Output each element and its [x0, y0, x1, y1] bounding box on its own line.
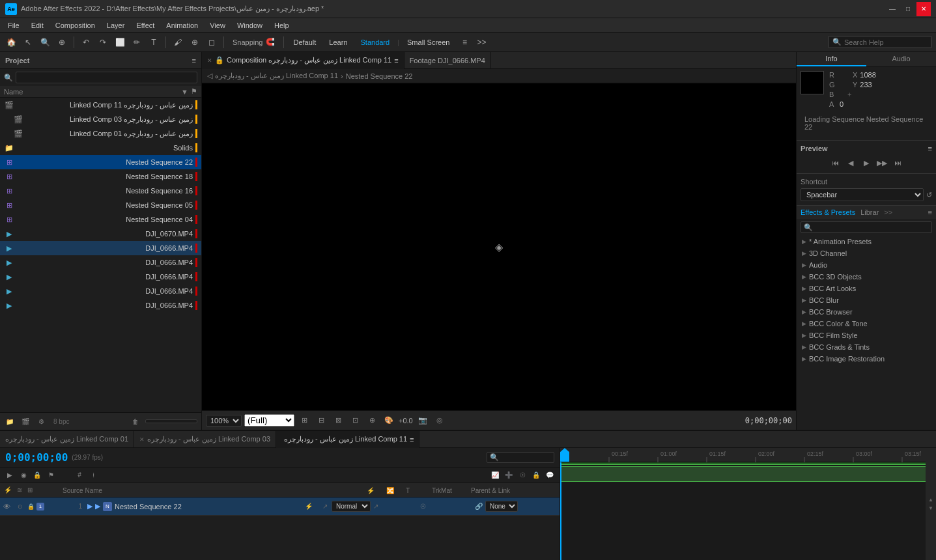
- project-item[interactable]: ▶ DJI_0670.MP4: [0, 227, 201, 241]
- menu-composition[interactable]: Composition: [50, 20, 100, 31]
- project-menu[interactable]: ≡: [192, 57, 196, 64]
- breadcrumb-nested[interactable]: Nested Sequence 22: [346, 72, 413, 80]
- project-item[interactable]: ⊞ Nested Sequence 05: [0, 198, 201, 212]
- color-manage-btn[interactable]: 🎨: [382, 413, 396, 428]
- menu-layer[interactable]: Layer: [102, 20, 130, 31]
- tl-tab-menu[interactable]: ≡: [410, 436, 414, 443]
- effects-presets-tab[interactable]: Effects & Presets: [801, 208, 855, 216]
- project-item[interactable]: 🎬 زمین عباس - رودبارچره Linked Comp 03: [0, 112, 201, 126]
- effects-item[interactable]: ▶BCC Image Restoration: [797, 353, 936, 365]
- view-btn1[interactable]: ⊞: [297, 413, 311, 428]
- workspace-expand[interactable]: >>: [474, 35, 489, 49]
- tl-graph-btn[interactable]: 📈: [489, 469, 501, 481]
- menu-animation[interactable]: Animation: [161, 20, 203, 31]
- effects-item[interactable]: ▶3D Channel: [797, 247, 936, 259]
- audio-tab[interactable]: Audio: [866, 52, 936, 66]
- preview-play[interactable]: ▶: [860, 156, 873, 169]
- project-item[interactable]: ▶ DJI_0666.MP4: [0, 284, 201, 298]
- tl-scroll-down[interactable]: ▼: [928, 505, 933, 511]
- tl-tab-close-1[interactable]: ✕: [139, 436, 145, 443]
- motion-blur-btn[interactable]: ◎: [433, 413, 447, 428]
- close-button[interactable]: ✕: [916, 2, 931, 16]
- tl-clip-bar[interactable]: [560, 466, 936, 482]
- tl-add-btn[interactable]: ➕: [503, 469, 515, 481]
- delete-btn[interactable]: 🗑: [130, 415, 141, 427]
- effects-item[interactable]: ▶BCC 3D Objects: [797, 271, 936, 283]
- tl-solo-btn[interactable]: ☉: [517, 469, 528, 481]
- effects-library-tab[interactable]: Librar: [860, 208, 879, 216]
- menu-window[interactable]: Window: [232, 20, 268, 31]
- project-item[interactable]: ⊞ Nested Sequence 22: [0, 155, 201, 169]
- parent-select[interactable]: None: [485, 501, 518, 512]
- preview-next[interactable]: ▶▶: [875, 156, 888, 169]
- tl-ctrl-4[interactable]: ⚑: [45, 469, 57, 481]
- tl-search-input[interactable]: [499, 454, 551, 462]
- zoom-tool[interactable]: ⊕: [55, 35, 69, 49]
- snapping-toggle[interactable]: Snapping 🧲: [229, 36, 279, 48]
- effects-menu[interactable]: ≡: [928, 208, 932, 216]
- minimize-button[interactable]: —: [885, 2, 900, 16]
- effects-item[interactable]: ▶BCC Color & Tone: [797, 318, 936, 329]
- timeline-tab-0[interactable]: زمین عباس - رودبارچره Linked Comp 01: [0, 431, 134, 448]
- project-item[interactable]: ⊞ Nested Sequence 16: [0, 184, 201, 198]
- tl-ctrl-5[interactable]: #: [74, 469, 85, 481]
- project-item[interactable]: 🎬 زمین عباس - رودبارچره Linked Comp 11: [0, 98, 201, 112]
- timeline-tab-2[interactable]: زمین عباس - رودبارچره Linked Comp 11 ≡: [276, 431, 419, 448]
- project-item[interactable]: ▶ DJI_0666.MP4: [0, 241, 201, 255]
- view-btn4[interactable]: ⊡: [348, 413, 362, 428]
- eraser-tool[interactable]: ◻: [205, 35, 219, 49]
- workspace-standard[interactable]: Standard: [356, 37, 395, 48]
- tl-ctrl-3[interactable]: 🔒: [31, 469, 43, 481]
- comp-tab-close[interactable]: ✕: [207, 57, 212, 64]
- workspace-learn[interactable]: Learn: [324, 37, 352, 48]
- home-tool[interactable]: 🏠: [4, 35, 18, 49]
- tl-ctrl-2[interactable]: ◉: [18, 469, 29, 481]
- settings-btn[interactable]: ⚙: [35, 415, 47, 427]
- project-item[interactable]: ⊞ Nested Sequence 04: [0, 212, 201, 227]
- new-folder-btn[interactable]: 📁: [4, 415, 16, 427]
- maximize-button[interactable]: □: [901, 2, 915, 16]
- effects-item[interactable]: ▶* Animation Presets: [797, 236, 936, 247]
- shortcut-select[interactable]: Spacebar Enter Numpad 0: [801, 188, 924, 201]
- viewer-tab-footage[interactable]: Footage DJI_0666.MP4: [404, 52, 491, 69]
- menu-help[interactable]: Help: [269, 20, 294, 31]
- effects-item[interactable]: ▶BCC Grads & Tints: [797, 341, 936, 353]
- preview-first[interactable]: ⏮: [829, 156, 842, 169]
- tl-ctrl-1[interactable]: ▶: [4, 469, 16, 481]
- eye-icon[interactable]: 👁: [3, 503, 10, 511]
- effects-item[interactable]: ▶BCC Art Looks: [797, 283, 936, 294]
- text-tool[interactable]: T: [147, 35, 161, 49]
- viewer-tab-comp[interactable]: ✕ 🔒 Composition زمین عباس - رودبارچره Li…: [202, 52, 404, 69]
- box-tool[interactable]: ⬜: [113, 35, 127, 49]
- layer-solo[interactable]: ⊙: [16, 502, 25, 511]
- project-item[interactable]: ▶ DJI_0666.MP4: [0, 298, 201, 313]
- preview-prev[interactable]: ◀: [844, 156, 857, 169]
- info-tab[interactable]: Info: [797, 52, 866, 66]
- workspace-menu[interactable]: ≡: [457, 35, 472, 49]
- select-tool[interactable]: ↖: [21, 35, 35, 49]
- project-search-input[interactable]: [16, 72, 197, 83]
- project-item[interactable]: 🎬 زمین عباس - رودبارچره Linked Comp 01: [0, 126, 201, 141]
- view-btn2[interactable]: ⊟: [314, 413, 328, 428]
- project-item[interactable]: 📁 Solids: [0, 141, 201, 155]
- sort-icon[interactable]: ▼: [181, 88, 188, 96]
- breadcrumb-back[interactable]: ◁: [207, 72, 212, 80]
- tl-timecode[interactable]: 0;00;00;00: [5, 451, 68, 464]
- tl-scroll-up[interactable]: ▲: [928, 497, 933, 503]
- pen-tool[interactable]: ✏: [130, 35, 144, 49]
- workspace-default[interactable]: Default: [289, 37, 322, 48]
- effects-item[interactable]: ▶BCC Blur: [797, 294, 936, 306]
- layer-lock[interactable]: 🔒: [26, 502, 35, 511]
- breadcrumb-comp[interactable]: زمین عباس - رودبارچره Linked Comp 11: [215, 72, 338, 80]
- zoom-select[interactable]: 100% 50% 200%: [206, 415, 242, 427]
- menu-file[interactable]: File: [3, 20, 25, 31]
- project-item[interactable]: ⊞ Nested Sequence 18: [0, 169, 201, 184]
- search-input[interactable]: [844, 38, 928, 46]
- tl-lock-btn[interactable]: 🔒: [530, 469, 542, 481]
- search-tool[interactable]: 🔍: [38, 35, 52, 49]
- workspace-small[interactable]: Small Screen: [402, 37, 455, 48]
- blend-icon[interactable]: ↗: [322, 503, 328, 510]
- menu-view[interactable]: View: [205, 20, 231, 31]
- project-item[interactable]: ▶ DJI_0666.MP4: [0, 255, 201, 270]
- effects-item[interactable]: ▶BCC Browser: [797, 306, 936, 318]
